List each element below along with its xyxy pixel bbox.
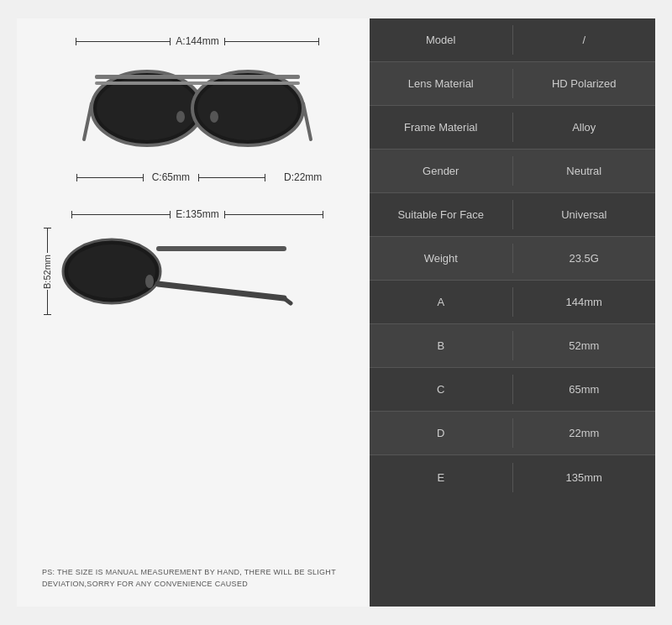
- spec-label: C: [370, 375, 513, 404]
- v-line-top: [47, 228, 48, 253]
- spec-row: A144mm: [370, 281, 655, 324]
- spec-label: Frame Material: [370, 113, 513, 142]
- spec-value: 52mm: [513, 331, 656, 360]
- dim-c: C:65mm: [73, 171, 269, 183]
- spec-row: Suitable For FaceUniversal: [370, 193, 655, 237]
- dim-e-line: [71, 214, 171, 215]
- spec-label: Weight: [370, 244, 513, 273]
- note-content: PS: THE SIZE IS MANUAL MEASUREMENT BY HA…: [42, 568, 336, 588]
- svg-point-16: [145, 275, 154, 288]
- svg-point-12: [68, 244, 155, 298]
- svg-line-8: [303, 103, 311, 139]
- dim-c-label: C:65mm: [147, 171, 195, 183]
- spec-value: 135mm: [513, 463, 656, 492]
- svg-point-2: [97, 76, 197, 140]
- dim-c-line: [76, 177, 144, 178]
- dimension-a: A:144mm: [76, 35, 319, 47]
- b-dim-vertical: B:52mm: [42, 228, 52, 316]
- spec-row: D22mm: [370, 412, 655, 455]
- spec-value: /: [513, 25, 656, 55]
- side-glasses-section: E:135mm B:52mm: [42, 208, 353, 318]
- glasses-side-image: [57, 225, 301, 318]
- spec-value: 144mm: [513, 287, 656, 317]
- svg-rect-13: [156, 246, 286, 251]
- dim-a-label: A:144mm: [171, 35, 223, 47]
- spec-label: Lens Material: [370, 69, 513, 98]
- v-line-bottom: [47, 290, 48, 315]
- spec-row: C65mm: [370, 368, 655, 412]
- spec-label: Suitable For Face: [370, 200, 513, 229]
- spec-label: Model: [370, 25, 513, 55]
- glasses-side-svg: [57, 229, 301, 313]
- svg-rect-6: [95, 81, 300, 85]
- svg-rect-5: [95, 75, 300, 79]
- svg-line-14: [158, 284, 284, 298]
- spec-row: E135mm: [370, 455, 655, 499]
- spec-value: 23.5G: [513, 244, 656, 273]
- dim-a-line2: [224, 41, 319, 42]
- note-text: PS: THE SIZE IS MANUAL MEASUREMENT BY HA…: [42, 550, 353, 590]
- bottom-dims: C:65mm D:22mm: [73, 171, 323, 183]
- left-panel: A:144mm: [17, 18, 370, 607]
- spec-row: Lens MaterialHD Polarized: [370, 62, 655, 106]
- dim-e-label: E:135mm: [171, 208, 223, 220]
- spec-row: B52mm: [370, 324, 655, 368]
- svg-line-7: [84, 103, 92, 139]
- spec-value: Universal: [513, 200, 656, 229]
- dim-a-line: [76, 41, 171, 42]
- dim-c-line2: [198, 177, 265, 178]
- spec-value: Alloy: [513, 113, 656, 142]
- dim-d-label: D:22mm: [284, 171, 322, 183]
- spec-label: B: [370, 331, 513, 360]
- spec-label: E: [370, 463, 513, 492]
- main-container: A:144mm: [17, 18, 655, 607]
- specs-table: Model/Lens MaterialHD PolarizedFrame Mat…: [370, 18, 655, 607]
- top-glasses-section: A:144mm: [42, 35, 353, 183]
- dim-b-label: B:52mm: [42, 255, 52, 289]
- spec-value: 22mm: [513, 418, 656, 448]
- spec-label: Gender: [370, 156, 513, 186]
- svg-line-15: [284, 298, 291, 303]
- glasses-front-svg: [80, 60, 315, 160]
- svg-point-10: [210, 111, 218, 123]
- side-content: B:52mm: [42, 225, 353, 318]
- svg-point-9: [176, 111, 185, 123]
- spec-row: Frame MaterialAlloy: [370, 106, 655, 150]
- spec-value: 65mm: [513, 375, 656, 404]
- spec-row: Weight23.5G: [370, 237, 655, 281]
- svg-point-4: [197, 76, 298, 140]
- dimension-e: E:135mm: [71, 208, 323, 220]
- glasses-front-image: [80, 55, 315, 165]
- spec-label: D: [370, 418, 513, 448]
- spec-label: A: [370, 287, 513, 317]
- spec-value: Neutral: [513, 156, 656, 186]
- dim-e-line2: [224, 214, 323, 215]
- spec-value: HD Polarized: [513, 69, 656, 98]
- spec-row: Model/: [370, 18, 655, 62]
- spec-row: GenderNeutral: [370, 150, 655, 193]
